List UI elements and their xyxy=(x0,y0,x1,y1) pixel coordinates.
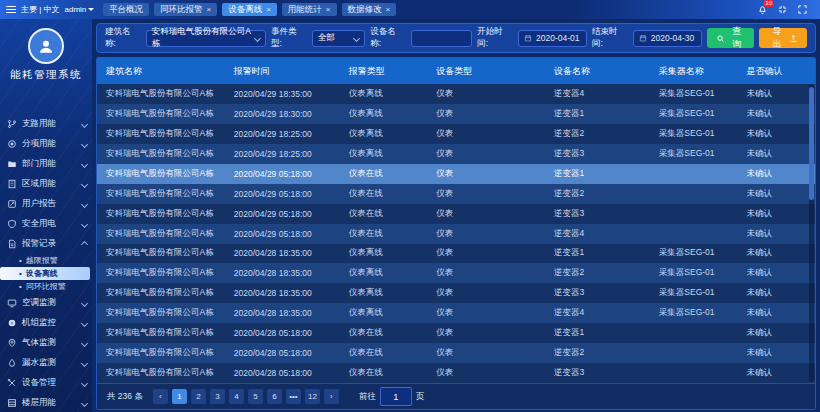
table-cell: 2020/04/28 18:35:00 xyxy=(225,308,340,318)
table-row[interactable]: 安科瑞电气股份有限公司A栋2020/04/28 05:18:00仪表在线仪表逆变… xyxy=(97,363,815,383)
table-row[interactable]: 安科瑞电气股份有限公司A栋2020/04/29 18:35:00仪表离线仪表逆变… xyxy=(97,84,815,104)
fullscreen-icon xyxy=(797,4,808,15)
table-row[interactable]: 安科瑞电气股份有限公司A栋2020/04/29 18:25:00仪表离线仪表逆变… xyxy=(97,144,815,164)
sidebar-subitem-同环比报警[interactable]: • 同环比报警 xyxy=(0,280,92,293)
sidebar-subitem-label: 设备离线 xyxy=(26,268,58,279)
water-drop-icon xyxy=(7,358,17,368)
tab-平台概况[interactable]: 平台概况 xyxy=(103,3,149,16)
sidebar-item-机组监控[interactable]: 机组监控 xyxy=(0,313,92,333)
page-button-3[interactable]: 3 xyxy=(210,389,225,404)
tab-同环比报警[interactable]: 同环比报警 × xyxy=(154,3,217,16)
tab-close-icon[interactable]: × xyxy=(386,6,391,14)
table-cell: 仪表 xyxy=(427,108,545,120)
table-row[interactable]: 安科瑞电气股份有限公司A栋2020/04/29 05:18:00仪表在线仪表逆变… xyxy=(97,184,815,204)
table-cell: 仪表 xyxy=(427,168,545,180)
table-cell: 2020/04/29 05:18:00 xyxy=(225,189,340,199)
building-icon xyxy=(7,179,17,189)
fit-screen-button[interactable] xyxy=(777,4,788,15)
device-name-input[interactable] xyxy=(417,32,466,44)
table-cell: 仪表在线 xyxy=(340,367,428,379)
table-row[interactable]: 安科瑞电气股份有限公司A栋2020/04/28 05:18:00仪表在线仪表逆变… xyxy=(97,323,815,343)
sidebar-item-设备管理[interactable]: 设备管理 xyxy=(0,373,92,393)
tab-设备离线[interactable]: 设备离线 × xyxy=(222,3,277,16)
page-button-6[interactable]: 6 xyxy=(267,389,282,404)
scrollbar-thumb[interactable] xyxy=(809,87,814,200)
more-pages-button[interactable]: ••• xyxy=(286,389,301,404)
column-header-设备类型: 设备类型 xyxy=(427,65,545,78)
table-cell: 仪表在线 xyxy=(340,347,428,359)
next-page-button[interactable]: › xyxy=(324,389,339,404)
sidebar-item-报警记录[interactable]: 报警记录 xyxy=(0,234,92,254)
fullscreen-button[interactable] xyxy=(797,4,808,15)
table-row[interactable]: 安科瑞电气股份有限公司A栋2020/04/28 18:35:00仪表离线仪表逆变… xyxy=(97,244,815,264)
table-cell: 未确认 xyxy=(737,228,800,240)
tab-数据修改[interactable]: 数据修改 × xyxy=(342,3,397,16)
end-time-label: 结束时间: xyxy=(592,26,628,50)
table-row[interactable]: 安科瑞电气股份有限公司A栋2020/04/29 05:18:00仪表在线仪表逆变… xyxy=(97,204,815,224)
sidebar-item-支路用能[interactable]: 支路用能 xyxy=(0,114,92,134)
end-date-picker[interactable]: 2020-04-30 xyxy=(633,30,702,47)
sidebar-item-label: 部门用能 xyxy=(22,158,56,170)
chevron-icon xyxy=(81,379,88,386)
column-header-采集器名称: 采集器名称 xyxy=(650,65,738,78)
start-date-picker[interactable]: 2020-04-01 xyxy=(518,30,587,47)
sidebar-item-空调监测[interactable]: 空调监测 xyxy=(0,293,92,313)
table-row[interactable]: 安科瑞电气股份有限公司A栋2020/04/29 18:30:00仪表离线仪表逆变… xyxy=(97,104,815,124)
tab-close-icon[interactable]: × xyxy=(207,6,212,14)
tab-用能统计[interactable]: 用能统计 × xyxy=(282,3,337,16)
sidebar-item-部门用能[interactable]: 部门用能 xyxy=(0,154,92,174)
column-header-报警时间: 报警时间 xyxy=(225,65,340,78)
page-button-2[interactable]: 2 xyxy=(191,389,206,404)
calendar-icon xyxy=(524,34,532,42)
page-button-4[interactable]: 4 xyxy=(229,389,244,404)
chevron-icon xyxy=(81,120,88,127)
table-row[interactable]: 安科瑞电气股份有限公司A栋2020/04/28 18:35:00仪表离线仪表逆变… xyxy=(97,263,815,283)
notification-badge: 10 xyxy=(763,0,774,7)
table-cell: 仪表 xyxy=(427,307,545,319)
prev-page-button[interactable]: ‹ xyxy=(153,389,168,404)
location-pin-icon xyxy=(7,338,17,348)
table-row[interactable]: 安科瑞电气股份有限公司A栋2020/04/28 18:35:00仪表离线仪表逆变… xyxy=(97,283,815,303)
sidebar-item-分项用能[interactable]: 分项用能 xyxy=(0,134,92,154)
page-button-1[interactable]: 1 xyxy=(172,389,187,404)
sidebar-subitem-越限报警[interactable]: • 越限报警 xyxy=(0,254,92,267)
page-button-5[interactable]: 5 xyxy=(248,389,263,404)
sidebar-subitem-设备离线[interactable]: • 设备离线 xyxy=(0,267,90,280)
system-title: 能耗管理系统 xyxy=(0,68,92,82)
table-row[interactable]: 安科瑞电气股份有限公司A栋2020/04/28 18:35:00仪表离线仪表逆变… xyxy=(97,303,815,323)
event-type-select[interactable]: 全部 xyxy=(312,30,365,47)
page-button-12[interactable]: 12 xyxy=(305,389,320,404)
sidebar-item-楼层用能[interactable]: 楼层用能 xyxy=(0,393,92,412)
table-cell: 采集器SEG-01 xyxy=(650,307,738,319)
hamburger-menu-icon[interactable] xyxy=(6,6,16,14)
table-cell: 2020/04/29 18:25:00 xyxy=(225,149,340,159)
chevron-icon xyxy=(81,220,88,227)
table-cell: 未确认 xyxy=(737,128,800,140)
tab-close-icon[interactable]: × xyxy=(326,6,331,14)
topbar-left: 主要 | 中文 admin xyxy=(0,4,98,15)
user-dropdown[interactable]: admin xyxy=(65,5,95,14)
sidebar-item-漏水监测[interactable]: 漏水监测 xyxy=(0,353,92,373)
notification-bell-button[interactable]: 10 xyxy=(757,4,768,15)
search-button[interactable]: 查询 xyxy=(707,28,755,48)
table-cell: 仪表 xyxy=(427,128,545,140)
goto-page-input[interactable] xyxy=(380,387,412,406)
table-row[interactable]: 安科瑞电气股份有限公司A栋2020/04/28 05:18:00仪表在线仪表逆变… xyxy=(97,343,815,363)
building-select[interactable]: 安科瑞电气股份有限公司A栋 xyxy=(146,30,266,47)
table-cell: 仪表 xyxy=(427,347,545,359)
sidebar-item-气体监测[interactable]: 气体监测 xyxy=(0,333,92,353)
export-button[interactable]: 导出 xyxy=(759,28,807,48)
table-cell: 2020/04/29 05:18:00 xyxy=(225,229,340,239)
sidebar-item-用户报告[interactable]: 用户报告 xyxy=(0,194,92,214)
energy-management-app: 主要 | 中文 admin 平台概况 同环比报警 × 设备离线 × 用能统计 ×… xyxy=(0,0,820,412)
avatar[interactable] xyxy=(28,28,64,64)
table-row[interactable]: 安科瑞电气股份有限公司A栋2020/04/29 18:25:00仪表离线仪表逆变… xyxy=(97,124,815,144)
filter-bar: 建筑名称: 安科瑞电气股份有限公司A栋 事件类型: 全部 设备名称: 开始时间:… xyxy=(96,23,816,53)
sidebar-item-安全用电[interactable]: 安全用电 xyxy=(0,214,92,234)
table-row[interactable]: 安科瑞电气股份有限公司A栋2020/04/29 05:18:00仪表在线仪表逆变… xyxy=(97,164,815,184)
table-cell: 未确认 xyxy=(737,367,800,379)
goto-suffix: 页 xyxy=(416,391,425,403)
table-row[interactable]: 安科瑞电气股份有限公司A栋2020/04/29 05:18:00仪表在线仪表逆变… xyxy=(97,224,815,244)
sidebar-item-区域用能[interactable]: 区域用能 xyxy=(0,174,92,194)
tab-close-icon[interactable]: × xyxy=(266,6,271,14)
